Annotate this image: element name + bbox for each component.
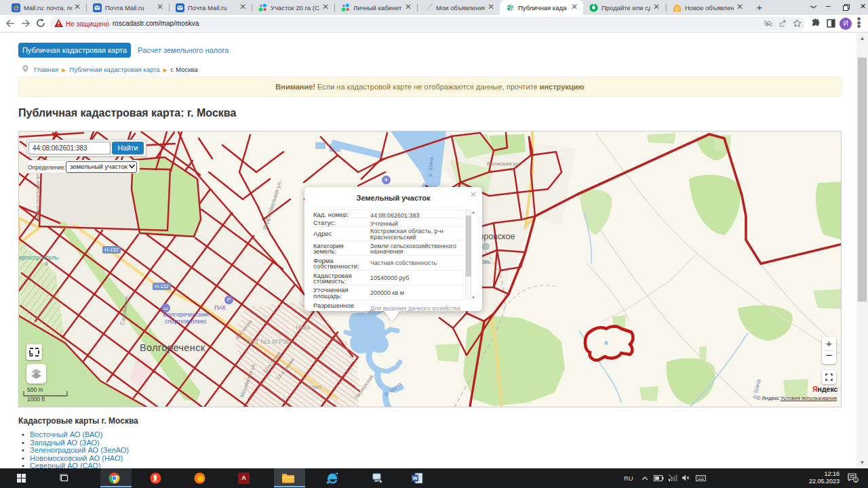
svg-text:@: @ xyxy=(13,4,19,11)
svg-text:W: W xyxy=(412,475,418,481)
svg-text:1: 1 xyxy=(854,478,857,483)
